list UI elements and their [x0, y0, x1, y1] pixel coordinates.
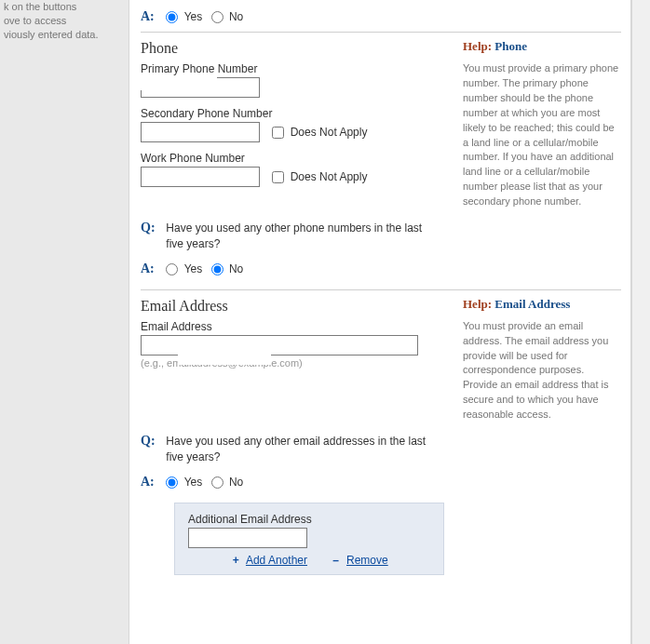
- phone-help-topic: Phone: [494, 39, 527, 53]
- email-other-qa: Q: Have you used any other email address…: [141, 434, 621, 490]
- form-panel: A: Yes No Phone Primary Phone Number: [129, 0, 631, 644]
- minus-icon: –: [331, 554, 342, 567]
- email-other-no-radio[interactable]: [211, 476, 223, 489]
- top-no-radio[interactable]: [211, 11, 223, 23]
- phone-other-yes-label[interactable]: Yes: [184, 262, 203, 275]
- email-other-no-label[interactable]: No: [229, 476, 243, 489]
- email-help-topic: Email Address: [494, 297, 570, 311]
- divider-2: [141, 289, 621, 290]
- primary-phone-label: Primary Phone Number: [141, 62, 439, 75]
- secondary-phone-input[interactable]: [141, 122, 260, 142]
- top-yes-radio[interactable]: [166, 11, 178, 23]
- redaction-block: [178, 354, 271, 365]
- add-another-button[interactable]: Add Another: [246, 554, 307, 567]
- secondary-phone-dna-label: Does Not Apply: [291, 126, 368, 139]
- top-yes-label[interactable]: Yes: [184, 10, 203, 23]
- answer-row-top: A: Yes No: [141, 9, 621, 24]
- phone-help: Help: Phone You must provide a primary p…: [463, 38, 621, 209]
- additional-email-input[interactable]: [188, 528, 307, 548]
- redaction-block: [141, 75, 217, 90]
- phone-other-no-label[interactable]: No: [229, 262, 243, 275]
- phone-help-title: Help: Phone: [463, 38, 621, 56]
- email-section-title: Email Address: [141, 298, 439, 315]
- a-prefix-phone: A:: [141, 262, 163, 276]
- phone-help-word: Help:: [463, 39, 492, 53]
- primary-phone-field: Primary Phone Number: [141, 62, 439, 98]
- a-prefix-email: A:: [141, 475, 163, 490]
- divider-1: [141, 32, 621, 33]
- side-hint-l1: k on the buttons: [4, 0, 129, 14]
- a-prefix-top: A:: [141, 9, 163, 24]
- side-hint-l2: ove to access: [4, 14, 129, 28]
- email-field: Email Address (e.g., emailaddress@exampl…: [141, 320, 439, 369]
- plus-icon: +: [230, 554, 241, 567]
- phone-other-yes-radio[interactable]: [166, 263, 178, 275]
- email-label: Email Address: [141, 320, 439, 333]
- phone-other-qa: Q: Have you used any other phone numbers…: [141, 221, 621, 276]
- email-other-yes-label[interactable]: Yes: [184, 476, 203, 489]
- q-prefix-phone: Q:: [141, 221, 163, 235]
- redaction-block: [142, 336, 273, 350]
- work-phone-dna-checkbox[interactable]: [272, 171, 284, 183]
- secondary-phone-dna-checkbox[interactable]: [272, 127, 284, 139]
- email-other-question: Have you used any other email addresses …: [166, 434, 427, 465]
- email-help: Help: Email Address You must provide an …: [463, 296, 621, 423]
- phone-help-text: You must provide a primary phone number.…: [463, 61, 621, 209]
- email-other-yes-radio[interactable]: [166, 476, 178, 489]
- phone-other-no-radio[interactable]: [211, 263, 223, 275]
- work-phone-dna-label: Does Not Apply: [291, 170, 368, 183]
- work-phone-label: Work Phone Number: [141, 152, 439, 165]
- work-phone-input[interactable]: [141, 167, 260, 187]
- q-prefix-email: Q:: [141, 434, 163, 449]
- secondary-phone-field: Secondary Phone Number Does Not Apply: [141, 107, 439, 142]
- email-section: Email Address Email Address (e.g., email…: [141, 296, 621, 423]
- email-help-title: Help: Email Address: [463, 296, 621, 314]
- remove-button[interactable]: Remove: [346, 554, 388, 567]
- email-help-word: Help:: [463, 297, 492, 311]
- phone-left: Phone Primary Phone Number Secondary Pho…: [141, 38, 439, 196]
- top-no-label[interactable]: No: [229, 10, 243, 23]
- work-phone-field: Work Phone Number Does Not Apply: [141, 152, 439, 187]
- additional-email-actions: + Add Another – Remove: [188, 554, 430, 567]
- phone-other-question: Have you used any other phone numbers in…: [166, 221, 427, 252]
- scroll-rail[interactable]: [631, 0, 650, 644]
- email-help-text: You must provide an email address. The e…: [463, 319, 621, 423]
- phone-section: Phone Primary Phone Number Secondary Pho…: [141, 38, 621, 209]
- additional-email-label: Additional Email Address: [188, 513, 430, 526]
- email-left: Email Address Email Address (e.g., email…: [141, 296, 439, 378]
- side-hint: k on the buttons ove to access viously e…: [0, 0, 133, 42]
- side-hint-l3: viously entered data.: [4, 28, 129, 42]
- secondary-phone-label: Secondary Phone Number: [141, 107, 439, 120]
- additional-email-panel: Additional Email Address + Add Another –…: [174, 503, 444, 575]
- phone-section-title: Phone: [141, 40, 439, 57]
